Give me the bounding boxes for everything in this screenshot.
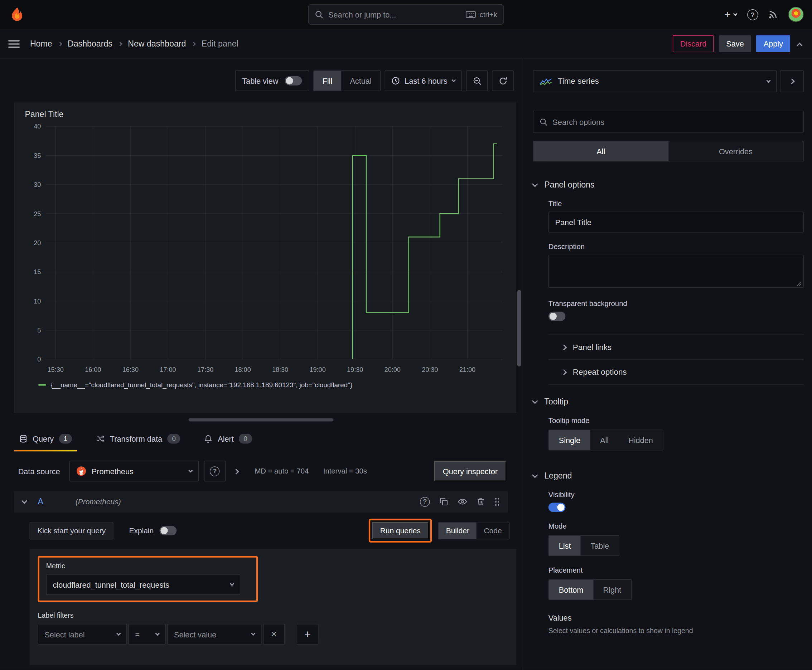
tooltip-mode-single[interactable]: Single (549, 430, 590, 450)
resize-corner-icon[interactable] (797, 281, 802, 286)
tab-alert[interactable]: Alert 0 (199, 429, 257, 452)
apply-button[interactable]: Apply (756, 35, 790, 52)
search-input[interactable] (328, 10, 460, 19)
menu-toggle-button[interactable] (8, 38, 20, 49)
collapse-toolbar-button[interactable] (795, 37, 804, 50)
tooltip-mode-hidden[interactable]: Hidden (619, 430, 663, 450)
tooltip-section-header[interactable]: Tooltip (533, 397, 804, 406)
remove-filter-button[interactable]: × (263, 624, 285, 645)
legend-placement-bottom[interactable]: Bottom (549, 580, 593, 599)
query-inspector-button[interactable]: Query inspector (434, 461, 506, 481)
select-label-dropdown[interactable]: Select label (38, 624, 127, 645)
svg-text:17:00: 17:00 (160, 366, 176, 373)
search-icon (539, 118, 548, 126)
global-search-input[interactable]: ctrl+k (308, 4, 504, 25)
search-icon (315, 10, 323, 19)
legend-placement-right[interactable]: Right (593, 580, 631, 599)
breadcrumb-new-dashboard[interactable]: New dashboard (128, 39, 186, 48)
chart-legend: {__name__="cloudflared_tunnel_total_requ… (22, 378, 509, 389)
query-datasource-hint: (Prometheus) (76, 497, 121, 506)
explain-toggle[interactable] (159, 526, 176, 535)
svg-text:15:30: 15:30 (47, 366, 64, 373)
actual-option[interactable]: Actual (341, 71, 380, 91)
datasource-help-button[interactable]: ? (204, 461, 226, 481)
refresh-button[interactable] (492, 71, 514, 91)
select-value-dropdown[interactable]: Select value (167, 624, 261, 645)
help-button[interactable]: ? (747, 9, 758, 20)
panel-resize-handle[interactable] (189, 418, 334, 421)
drag-query-handle[interactable] (495, 497, 500, 506)
search-options-box[interactable] (533, 111, 804, 133)
grafana-logo-icon[interactable] (8, 6, 26, 23)
metric-select[interactable]: cloudflared_tunnel_total_requests (46, 574, 240, 595)
delete-query-button[interactable] (477, 497, 485, 506)
tab-query[interactable]: Query 1 (14, 429, 77, 452)
query-help-button[interactable]: ? (420, 497, 430, 506)
search-options-input[interactable] (553, 117, 797, 126)
save-button[interactable]: Save (719, 35, 751, 52)
run-queries-button[interactable]: Run queries (372, 522, 429, 540)
transparent-background-toggle[interactable] (549, 312, 566, 321)
legend-section-header[interactable]: Legend (533, 471, 804, 481)
collapse-options-pane-button[interactable] (780, 71, 804, 92)
tab-all[interactable]: All (534, 141, 668, 161)
legend-mode-table[interactable]: Table (581, 536, 619, 555)
chevron-right-icon (58, 42, 62, 46)
code-option[interactable]: Code (476, 522, 509, 539)
tab-transform-data[interactable]: Transform data 0 (91, 429, 185, 452)
svg-text:17:30: 17:30 (197, 366, 214, 373)
legend-mode-list[interactable]: List (549, 536, 581, 555)
time-range-picker[interactable]: Last 6 hours (385, 71, 462, 91)
discard-button[interactable]: Discard (673, 35, 714, 52)
panel-options-section-header[interactable]: Panel options (533, 180, 804, 189)
legend-series-label[interactable]: {__name__="cloudflared_tunnel_total_requ… (51, 381, 352, 389)
visualization-row: Time series (533, 59, 804, 92)
query-ref-id: A (38, 497, 43, 506)
new-menu-button[interactable]: + (724, 8, 737, 21)
tooltip-mode-all[interactable]: All (590, 430, 618, 450)
svg-text:30: 30 (34, 181, 41, 188)
operator-dropdown[interactable]: = (129, 624, 166, 645)
query-row-actions: ? (420, 497, 500, 506)
tab-overrides[interactable]: Overrides (668, 141, 804, 161)
breadcrumb-home[interactable]: Home (30, 39, 52, 48)
duplicate-query-button[interactable] (440, 497, 448, 506)
table-view-label: Table view (242, 76, 278, 85)
breadcrumb-dashboards[interactable]: Dashboards (68, 39, 112, 48)
collapse-query-icon[interactable] (22, 498, 27, 504)
add-filter-button[interactable]: + (297, 624, 319, 645)
plus-icon: + (724, 8, 731, 21)
datasource-picker[interactable]: Prometheus (70, 461, 199, 481)
chevron-right-icon (561, 344, 567, 350)
description-textarea[interactable] (549, 255, 804, 288)
top-navigation-bar: ctrl+k + ? (0, 0, 812, 29)
tooltip-mode-switch: Single All Hidden (549, 430, 663, 451)
panel-title-input[interactable] (549, 212, 804, 233)
legend-values-description: Select values or calculations to show in… (549, 627, 804, 635)
kick-start-query-button[interactable]: Kick start your query (29, 522, 114, 540)
svg-text:15: 15 (34, 269, 41, 276)
table-view-toggle[interactable] (285, 76, 302, 86)
chevron-down-icon (116, 631, 120, 636)
panel-links-row[interactable]: Panel links (549, 335, 804, 360)
expand-options-button[interactable] (231, 467, 241, 475)
svg-text:16:00: 16:00 (85, 366, 101, 373)
zoom-out-button[interactable] (466, 71, 488, 91)
news-rss-button[interactable] (769, 10, 778, 19)
legend-placement-switch: Bottom Right (549, 579, 632, 600)
svg-text:35: 35 (34, 152, 41, 159)
fill-option[interactable]: Fill (314, 71, 341, 91)
legend-visibility-toggle[interactable] (549, 503, 566, 512)
time-series-chart[interactable]: 051015202530354015:3016:0016:3017:0017:3… (22, 120, 509, 378)
left-column-scrollbar[interactable] (517, 290, 521, 367)
visualization-picker[interactable]: Time series (533, 71, 776, 92)
svg-text:19:30: 19:30 (347, 366, 363, 373)
svg-text:16:30: 16:30 (122, 366, 139, 373)
user-avatar[interactable] (788, 7, 804, 22)
svg-text:10: 10 (34, 298, 41, 305)
query-row-header[interactable]: A (Prometheus) ? (14, 491, 508, 513)
toggle-query-visibility-button[interactable] (458, 497, 467, 506)
run-queries-highlight-annotation: Run queries (369, 519, 432, 543)
builder-option[interactable]: Builder (439, 522, 476, 539)
repeat-options-row[interactable]: Repeat options (549, 360, 804, 384)
